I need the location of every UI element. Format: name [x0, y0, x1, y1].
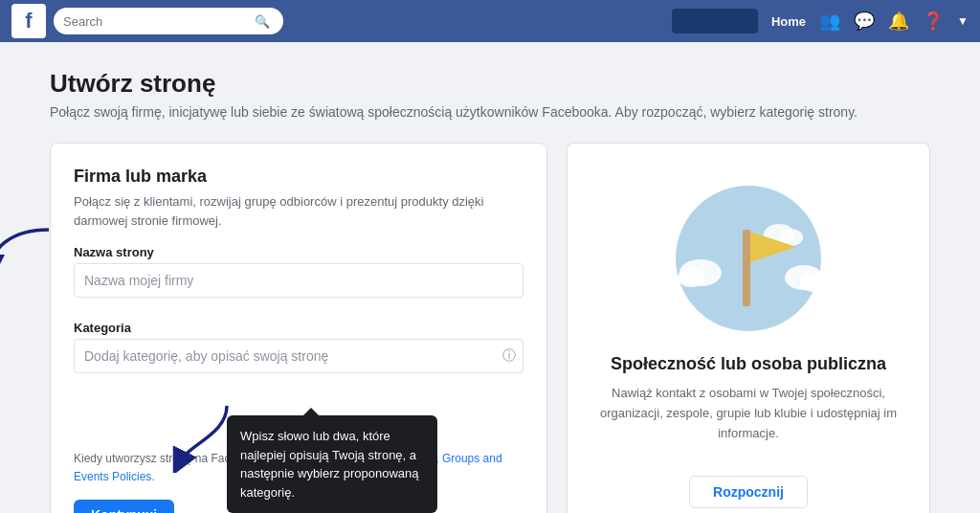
- start-button[interactable]: Rozpocznij: [689, 476, 808, 508]
- navbar-links: Home 👥 💬 🔔 ❓ ▼: [771, 11, 969, 32]
- category-input-wrap: ⓘ Wpisz słowo lub dwa, które najlepiej o…: [74, 339, 523, 373]
- page-title: Utwórz stronę: [50, 69, 930, 99]
- svg-rect-7: [743, 230, 750, 306]
- page-subtitle: Połącz swoją firmę, inicjatywę lub siebi…: [50, 104, 930, 120]
- help-icon[interactable]: ❓: [923, 11, 944, 32]
- page-name-input[interactable]: [74, 263, 523, 298]
- home-link[interactable]: Home: [771, 14, 806, 29]
- svg-point-2: [678, 268, 704, 287]
- bell-icon[interactable]: 🔔: [888, 11, 909, 32]
- search-input[interactable]: [63, 14, 255, 29]
- facebook-logo[interactable]: f: [11, 4, 46, 38]
- name-label: Nazwa strony: [74, 245, 523, 259]
- category-input[interactable]: [74, 339, 523, 373]
- main-content: Utwórz stronę Połącz swoją firmę, inicja…: [31, 42, 949, 513]
- card-community-title: Społeczność lub osoba publiczna: [611, 354, 886, 374]
- category-tooltip: Wpisz słowo lub dwa, które najlepiej opi…: [227, 415, 437, 513]
- category-label: Kategoria: [74, 321, 523, 335]
- continue-button[interactable]: Kontynuuj: [74, 500, 174, 513]
- cards-row: Firma lub marka Połącz się z klientami, …: [50, 143, 930, 513]
- search-icon: 🔍: [255, 14, 270, 29]
- search-bar[interactable]: 🔍: [54, 8, 283, 34]
- card-community: Społeczność lub osoba publiczna Nawiąż k…: [567, 143, 930, 513]
- card-community-description: Nawiąż kontakt z osobami w Twojej społec…: [590, 384, 906, 443]
- navbar: f 🔍 Home 👥 💬 🔔 ❓ ▼: [0, 0, 980, 42]
- messenger-icon[interactable]: 💬: [854, 11, 875, 32]
- card-business: Firma lub marka Połącz się z klientami, …: [50, 143, 547, 513]
- community-illustration: [672, 182, 825, 335]
- category-field-group: Kategoria ⓘ Wpisz słowo lub dwa, które n…: [74, 321, 523, 373]
- card-business-description: Połącz się z klientami, rozwijaj grupę o…: [74, 192, 523, 230]
- account-dropdown-icon[interactable]: ▼: [957, 14, 969, 28]
- category-help-icon[interactable]: ⓘ: [502, 347, 516, 365]
- user-name-block: [672, 9, 758, 33]
- arrow-left-annotation: [0, 220, 58, 278]
- name-field-group: Nazwa strony: [74, 245, 523, 311]
- card-business-title: Firma lub marka: [74, 167, 523, 187]
- people-icon[interactable]: 👥: [819, 11, 840, 32]
